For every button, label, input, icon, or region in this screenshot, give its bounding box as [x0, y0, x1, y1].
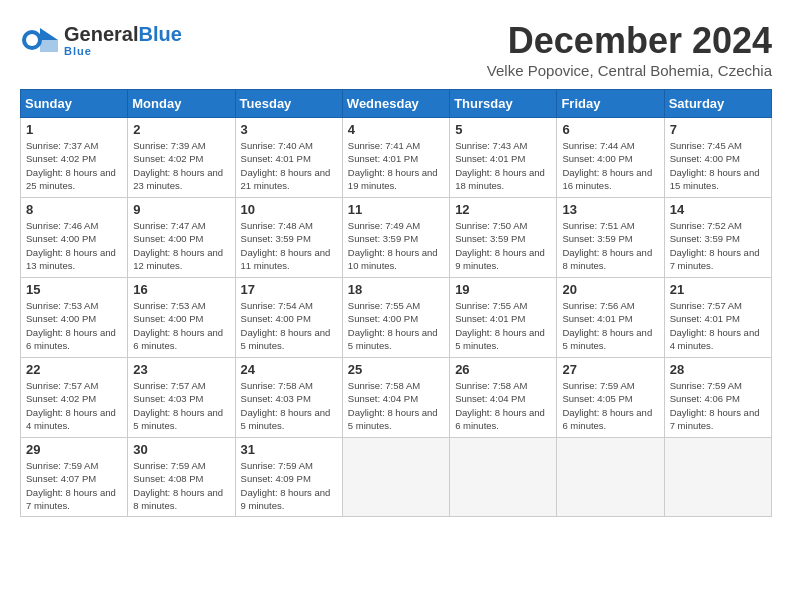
day-number: 13	[562, 202, 658, 217]
day-number: 8	[26, 202, 122, 217]
svg-marker-2	[40, 28, 58, 40]
day-info: Sunrise: 7:37 AMSunset: 4:02 PMDaylight:…	[26, 139, 122, 192]
day-info: Sunrise: 7:53 AMSunset: 4:00 PMDaylight:…	[133, 299, 229, 352]
day-number: 25	[348, 362, 444, 377]
day-info: Sunrise: 7:58 AMSunset: 4:04 PMDaylight:…	[455, 379, 551, 432]
day-number: 31	[241, 442, 337, 457]
calendar-cell: 14 Sunrise: 7:52 AMSunset: 3:59 PMDaylig…	[664, 198, 771, 278]
title-block: December 2024 Velke Popovice, Central Bo…	[487, 20, 772, 79]
day-number: 19	[455, 282, 551, 297]
calendar-cell: 15 Sunrise: 7:53 AMSunset: 4:00 PMDaylig…	[21, 278, 128, 358]
calendar-cell: 4 Sunrise: 7:41 AMSunset: 4:01 PMDayligh…	[342, 118, 449, 198]
day-number: 22	[26, 362, 122, 377]
day-number: 7	[670, 122, 766, 137]
calendar-subtitle: Velke Popovice, Central Bohemia, Czechia	[487, 62, 772, 79]
day-info: Sunrise: 7:57 AMSunset: 4:02 PMDaylight:…	[26, 379, 122, 432]
column-header-saturday: Saturday	[664, 90, 771, 118]
calendar-week-2: 8 Sunrise: 7:46 AMSunset: 4:00 PMDayligh…	[21, 198, 772, 278]
day-info: Sunrise: 7:56 AMSunset: 4:01 PMDaylight:…	[562, 299, 658, 352]
calendar-cell	[342, 438, 449, 517]
day-number: 11	[348, 202, 444, 217]
day-info: Sunrise: 7:57 AMSunset: 4:03 PMDaylight:…	[133, 379, 229, 432]
day-number: 5	[455, 122, 551, 137]
calendar-cell	[664, 438, 771, 517]
calendar-cell: 20 Sunrise: 7:56 AMSunset: 4:01 PMDaylig…	[557, 278, 664, 358]
day-number: 27	[562, 362, 658, 377]
day-number: 14	[670, 202, 766, 217]
calendar-cell: 21 Sunrise: 7:57 AMSunset: 4:01 PMDaylig…	[664, 278, 771, 358]
calendar-week-4: 22 Sunrise: 7:57 AMSunset: 4:02 PMDaylig…	[21, 358, 772, 438]
calendar-cell: 30 Sunrise: 7:59 AMSunset: 4:08 PMDaylig…	[128, 438, 235, 517]
day-number: 24	[241, 362, 337, 377]
column-header-sunday: Sunday	[21, 90, 128, 118]
calendar-week-1: 1 Sunrise: 7:37 AMSunset: 4:02 PMDayligh…	[21, 118, 772, 198]
calendar-week-3: 15 Sunrise: 7:53 AMSunset: 4:00 PMDaylig…	[21, 278, 772, 358]
day-info: Sunrise: 7:46 AMSunset: 4:00 PMDaylight:…	[26, 219, 122, 272]
day-info: Sunrise: 7:48 AMSunset: 3:59 PMDaylight:…	[241, 219, 337, 272]
day-info: Sunrise: 7:39 AMSunset: 4:02 PMDaylight:…	[133, 139, 229, 192]
calendar-cell: 22 Sunrise: 7:57 AMSunset: 4:02 PMDaylig…	[21, 358, 128, 438]
calendar-cell: 8 Sunrise: 7:46 AMSunset: 4:00 PMDayligh…	[21, 198, 128, 278]
logo-icon	[20, 20, 60, 60]
column-header-tuesday: Tuesday	[235, 90, 342, 118]
calendar-header-row: SundayMondayTuesdayWednesdayThursdayFrid…	[21, 90, 772, 118]
day-info: Sunrise: 7:58 AMSunset: 4:04 PMDaylight:…	[348, 379, 444, 432]
calendar-cell: 2 Sunrise: 7:39 AMSunset: 4:02 PMDayligh…	[128, 118, 235, 198]
svg-marker-3	[40, 40, 58, 52]
calendar-cell: 25 Sunrise: 7:58 AMSunset: 4:04 PMDaylig…	[342, 358, 449, 438]
logo-blue: Blue	[138, 23, 181, 45]
day-number: 1	[26, 122, 122, 137]
day-number: 17	[241, 282, 337, 297]
logo-tagline: Blue	[64, 45, 182, 57]
svg-point-1	[26, 34, 38, 46]
calendar-cell: 29 Sunrise: 7:59 AMSunset: 4:07 PMDaylig…	[21, 438, 128, 517]
calendar-cell: 24 Sunrise: 7:58 AMSunset: 4:03 PMDaylig…	[235, 358, 342, 438]
day-number: 16	[133, 282, 229, 297]
day-number: 10	[241, 202, 337, 217]
day-info: Sunrise: 7:52 AMSunset: 3:59 PMDaylight:…	[670, 219, 766, 272]
calendar-week-5: 29 Sunrise: 7:59 AMSunset: 4:07 PMDaylig…	[21, 438, 772, 517]
day-number: 21	[670, 282, 766, 297]
calendar-cell: 16 Sunrise: 7:53 AMSunset: 4:00 PMDaylig…	[128, 278, 235, 358]
day-number: 9	[133, 202, 229, 217]
day-info: Sunrise: 7:59 AMSunset: 4:06 PMDaylight:…	[670, 379, 766, 432]
day-info: Sunrise: 7:59 AMSunset: 4:07 PMDaylight:…	[26, 459, 122, 512]
day-number: 6	[562, 122, 658, 137]
calendar-cell: 11 Sunrise: 7:49 AMSunset: 3:59 PMDaylig…	[342, 198, 449, 278]
calendar-cell: 6 Sunrise: 7:44 AMSunset: 4:00 PMDayligh…	[557, 118, 664, 198]
calendar-cell: 17 Sunrise: 7:54 AMSunset: 4:00 PMDaylig…	[235, 278, 342, 358]
calendar-cell	[450, 438, 557, 517]
day-number: 29	[26, 442, 122, 457]
calendar-cell: 10 Sunrise: 7:48 AMSunset: 3:59 PMDaylig…	[235, 198, 342, 278]
calendar-cell: 1 Sunrise: 7:37 AMSunset: 4:02 PMDayligh…	[21, 118, 128, 198]
day-info: Sunrise: 7:59 AMSunset: 4:09 PMDaylight:…	[241, 459, 337, 512]
day-number: 4	[348, 122, 444, 137]
day-info: Sunrise: 7:47 AMSunset: 4:00 PMDaylight:…	[133, 219, 229, 272]
day-info: Sunrise: 7:50 AMSunset: 3:59 PMDaylight:…	[455, 219, 551, 272]
day-info: Sunrise: 7:53 AMSunset: 4:00 PMDaylight:…	[26, 299, 122, 352]
day-info: Sunrise: 7:41 AMSunset: 4:01 PMDaylight:…	[348, 139, 444, 192]
calendar-cell: 18 Sunrise: 7:55 AMSunset: 4:00 PMDaylig…	[342, 278, 449, 358]
calendar-cell: 3 Sunrise: 7:40 AMSunset: 4:01 PMDayligh…	[235, 118, 342, 198]
day-number: 20	[562, 282, 658, 297]
logo-general: General	[64, 23, 138, 45]
day-info: Sunrise: 7:40 AMSunset: 4:01 PMDaylight:…	[241, 139, 337, 192]
day-number: 23	[133, 362, 229, 377]
calendar-cell: 9 Sunrise: 7:47 AMSunset: 4:00 PMDayligh…	[128, 198, 235, 278]
calendar-cell: 27 Sunrise: 7:59 AMSunset: 4:05 PMDaylig…	[557, 358, 664, 438]
logo: GeneralBlue Blue	[20, 20, 182, 60]
day-info: Sunrise: 7:59 AMSunset: 4:05 PMDaylight:…	[562, 379, 658, 432]
column-header-friday: Friday	[557, 90, 664, 118]
day-number: 2	[133, 122, 229, 137]
calendar-cell: 5 Sunrise: 7:43 AMSunset: 4:01 PMDayligh…	[450, 118, 557, 198]
calendar-cell: 28 Sunrise: 7:59 AMSunset: 4:06 PMDaylig…	[664, 358, 771, 438]
page-header: GeneralBlue Blue December 2024 Velke Pop…	[20, 20, 772, 79]
day-info: Sunrise: 7:43 AMSunset: 4:01 PMDaylight:…	[455, 139, 551, 192]
day-info: Sunrise: 7:55 AMSunset: 4:00 PMDaylight:…	[348, 299, 444, 352]
day-info: Sunrise: 7:57 AMSunset: 4:01 PMDaylight:…	[670, 299, 766, 352]
day-info: Sunrise: 7:59 AMSunset: 4:08 PMDaylight:…	[133, 459, 229, 512]
day-info: Sunrise: 7:55 AMSunset: 4:01 PMDaylight:…	[455, 299, 551, 352]
calendar-cell: 19 Sunrise: 7:55 AMSunset: 4:01 PMDaylig…	[450, 278, 557, 358]
day-number: 28	[670, 362, 766, 377]
day-number: 26	[455, 362, 551, 377]
